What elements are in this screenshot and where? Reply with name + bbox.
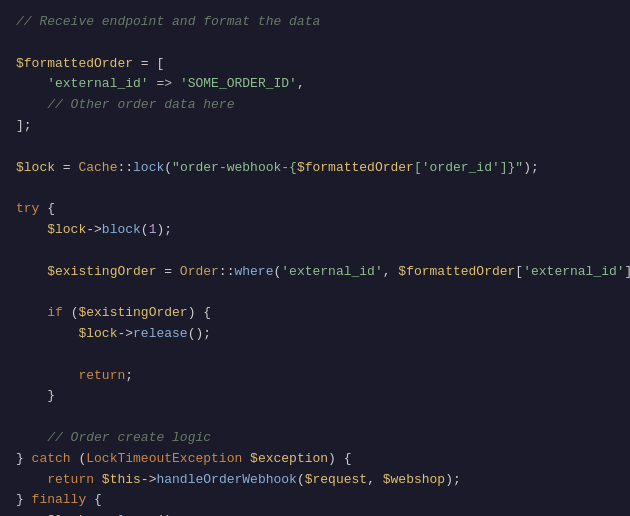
code-line-17	[16, 345, 614, 366]
code-line-21: // Order create logic	[16, 428, 614, 449]
code-line-25: $lock->release();	[16, 511, 614, 516]
code-line-16: $lock->release();	[16, 324, 614, 345]
code-line-4: 'external_id' => 'SOME_ORDER_ID',	[16, 74, 614, 95]
code-line-15: if ($existingOrder) {	[16, 303, 614, 324]
code-line-5: // Other order data here	[16, 95, 614, 116]
code-line-11: $lock->block(1);	[16, 220, 614, 241]
code-line-6: ];	[16, 116, 614, 137]
code-line-1: // Receive endpoint and format the data	[16, 12, 614, 33]
code-line-12	[16, 241, 614, 262]
code-line-9	[16, 178, 614, 199]
code-line-23: return $this->handleOrderWebhook($reques…	[16, 470, 614, 491]
code-line-24: } finally {	[16, 490, 614, 511]
code-line-8: $lock = Cache::lock("order-webhook-{$for…	[16, 158, 614, 179]
code-line-2	[16, 33, 614, 54]
code-line-22: } catch (LockTimeoutException $exception…	[16, 449, 614, 470]
code-line-14	[16, 282, 614, 303]
code-line-3: $formattedOrder = [	[16, 54, 614, 75]
code-line-7	[16, 137, 614, 158]
code-line-18: return;	[16, 366, 614, 387]
code-line-13: $existingOrder = Order::where('external_…	[16, 262, 614, 283]
code-line-20	[16, 407, 614, 428]
code-editor: // Receive endpoint and format the data …	[0, 0, 630, 516]
code-line-10: try {	[16, 199, 614, 220]
code-line-19: }	[16, 386, 614, 407]
